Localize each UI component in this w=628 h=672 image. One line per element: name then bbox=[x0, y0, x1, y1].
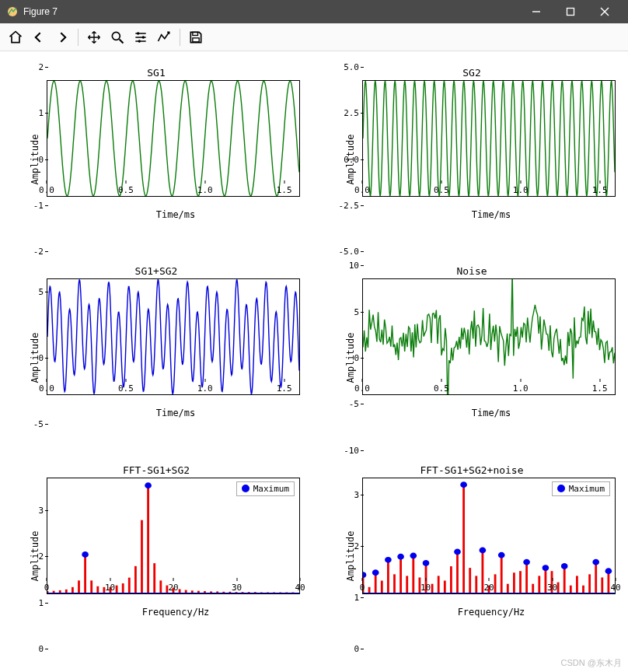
x-tick: 40 bbox=[295, 583, 305, 593]
x-tick: 0.0 bbox=[39, 185, 54, 195]
svg-point-101 bbox=[423, 560, 430, 566]
plot-title: FFT-SG1+SG2 bbox=[8, 464, 305, 476]
x-tick: 1.5 bbox=[592, 383, 608, 394]
home-icon[interactable] bbox=[5, 26, 26, 48]
x-axis-label: Time/ms bbox=[47, 408, 305, 418]
x-tick: 0 bbox=[44, 583, 50, 593]
plot-area[interactable] bbox=[362, 80, 616, 197]
figure-canvas: SG1Amplitude-2-10120.00.51.01.5Time/msSG… bbox=[0, 51, 628, 672]
x-tick: 0.5 bbox=[434, 383, 449, 394]
plot-area[interactable]: Maximum bbox=[362, 478, 616, 594]
legend-marker-icon bbox=[557, 485, 565, 492]
svg-point-102 bbox=[454, 548, 461, 555]
svg-point-54 bbox=[145, 482, 152, 488]
subplot-sum: SG1+SG2Amplitude-5050.00.51.01.5Time/ms bbox=[8, 265, 305, 450]
figure-window: Figure 7 SG1Amplitude-2-10120.00.51.01.5… bbox=[0, 0, 628, 672]
svg-point-100 bbox=[410, 552, 417, 558]
y-tick: -5.0 bbox=[339, 247, 360, 257]
x-tick: 1.0 bbox=[513, 383, 529, 394]
y-tick: -10 bbox=[344, 445, 359, 455]
svg-rect-11 bbox=[193, 37, 199, 41]
y-tick: 5 bbox=[354, 306, 359, 317]
configure-icon[interactable] bbox=[130, 26, 152, 48]
y-tick: 3 bbox=[354, 490, 359, 500]
svg-rect-10 bbox=[193, 32, 198, 35]
window-title: Figure 7 bbox=[23, 6, 519, 17]
y-tick: 3 bbox=[38, 505, 44, 515]
y-tick: 2 bbox=[38, 551, 44, 562]
x-axis-label: Time/ms bbox=[362, 408, 620, 418]
plot-area[interactable] bbox=[47, 80, 300, 197]
legend: Maximum bbox=[236, 481, 295, 496]
close-button[interactable] bbox=[588, 0, 622, 23]
y-tick: 0 bbox=[354, 352, 359, 362]
x-tick: 40 bbox=[610, 583, 620, 593]
svg-point-106 bbox=[523, 558, 530, 565]
x-tick: 1.0 bbox=[513, 185, 529, 195]
plot-title: SG1 bbox=[8, 67, 305, 79]
svg-point-9 bbox=[138, 40, 141, 42]
x-tick: 20 bbox=[483, 583, 494, 593]
matplotlib-toolbar bbox=[0, 23, 628, 51]
x-tick: 0.0 bbox=[354, 383, 370, 394]
x-tick: 20 bbox=[168, 583, 178, 593]
svg-point-5 bbox=[112, 32, 120, 40]
y-tick: -1 bbox=[33, 200, 44, 210]
y-tick: 2 bbox=[38, 62, 44, 72]
plot-title: SG2 bbox=[323, 67, 620, 79]
svg-point-53 bbox=[82, 551, 89, 558]
y-tick: 0 bbox=[38, 154, 44, 164]
y-tick: 5.0 bbox=[344, 62, 359, 72]
y-tick: 1 bbox=[354, 593, 359, 603]
y-tick: 1 bbox=[38, 597, 44, 607]
legend-label: Maximum bbox=[569, 484, 605, 494]
minimize-button[interactable] bbox=[519, 0, 553, 23]
plot-title: FFT-SG1+SG2+noise bbox=[323, 464, 620, 476]
zoom-icon[interactable] bbox=[106, 26, 128, 48]
y-tick: 10 bbox=[349, 261, 359, 271]
x-tick: 0.5 bbox=[118, 383, 134, 394]
save-icon[interactable] bbox=[185, 26, 207, 48]
subplot-noise: NoiseAmplitude-10-505100.00.51.01.5Time/… bbox=[323, 265, 620, 450]
x-axis-label: Frequency/Hz bbox=[362, 607, 620, 618]
pan-icon[interactable] bbox=[83, 26, 105, 48]
y-tick: -2.5 bbox=[339, 200, 360, 210]
x-tick: 1.5 bbox=[277, 383, 292, 394]
x-tick: 1.5 bbox=[277, 185, 292, 195]
subplot-sg1: SG1Amplitude-2-10120.00.51.01.5Time/ms bbox=[8, 67, 305, 251]
back-icon[interactable] bbox=[28, 26, 50, 48]
x-tick: 0.0 bbox=[39, 383, 54, 394]
x-axis-label: Time/ms bbox=[47, 209, 305, 220]
y-tick: 1 bbox=[38, 108, 44, 118]
toolbar-separator bbox=[78, 29, 78, 46]
svg-point-97 bbox=[372, 569, 379, 576]
subplot-sg2: SG2Amplitude-5.0-2.50.02.55.00.00.51.01.… bbox=[323, 67, 620, 251]
svg-point-110 bbox=[605, 568, 612, 574]
x-axis-label: Time/ms bbox=[362, 209, 620, 220]
x-tick: 30 bbox=[232, 583, 242, 593]
y-tick: 0 bbox=[38, 643, 44, 653]
svg-point-8 bbox=[142, 36, 145, 38]
watermark: CSDN @东木月 bbox=[561, 657, 622, 669]
x-tick: 10 bbox=[420, 583, 431, 593]
svg-line-6 bbox=[120, 39, 124, 43]
x-tick: 0 bbox=[360, 583, 365, 593]
app-icon bbox=[6, 5, 19, 18]
x-tick: 1.0 bbox=[197, 383, 213, 394]
subplot-fft2: FFT-SG1+SG2+noiseAmplitude0123Maximum010… bbox=[323, 464, 620, 649]
svg-point-107 bbox=[543, 565, 550, 571]
maximize-button[interactable] bbox=[553, 0, 588, 23]
x-tick: 30 bbox=[547, 583, 557, 593]
edit-icon[interactable] bbox=[153, 26, 175, 48]
plot-area[interactable]: Maximum bbox=[47, 478, 300, 594]
x-tick: 1.5 bbox=[592, 185, 608, 195]
y-tick: 0.0 bbox=[344, 154, 359, 164]
y-tick: 0 bbox=[354, 643, 359, 653]
toolbar-separator bbox=[180, 29, 180, 46]
svg-point-103 bbox=[460, 481, 467, 488]
x-tick: 0.5 bbox=[118, 185, 134, 195]
forward-icon[interactable] bbox=[51, 26, 73, 48]
x-tick: 1.0 bbox=[197, 185, 213, 195]
plot-area[interactable] bbox=[362, 278, 616, 395]
plot-area[interactable] bbox=[47, 278, 300, 395]
